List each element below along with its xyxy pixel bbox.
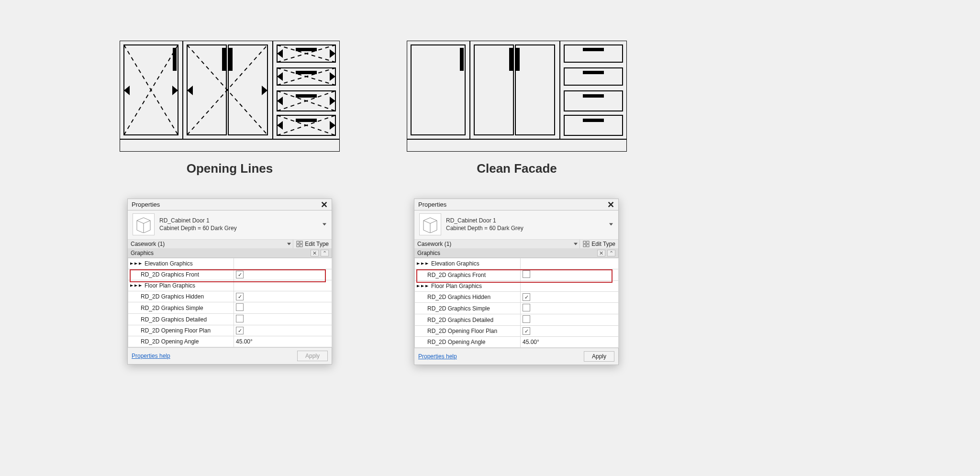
- property-value[interactable]: [234, 325, 332, 336]
- table-row[interactable]: RD_2D Graphics Simple: [415, 303, 619, 314]
- checkbox-checked-icon[interactable]: [236, 271, 244, 278]
- svg-rect-56: [564, 91, 623, 111]
- apply-button[interactable]: Apply: [584, 351, 614, 362]
- category-selector[interactable]: Casework (1): [128, 240, 293, 248]
- property-label: RD_2D Opening Floor Plan: [415, 326, 521, 337]
- edit-type-button[interactable]: Edit Type: [293, 240, 332, 248]
- close-icon[interactable]: ✕: [605, 201, 616, 208]
- svg-marker-70: [130, 263, 133, 265]
- table-row[interactable]: RD_2D Graphics Detailed: [415, 314, 619, 326]
- svg-rect-85: [587, 244, 589, 247]
- properties-panel-left: Properties ✕ RD_Cabinet Door 1 Cabinet D…: [127, 199, 332, 365]
- table-row[interactable]: Floor Plan Graphics: [415, 281, 619, 292]
- svg-marker-91: [425, 285, 428, 288]
- property-value[interactable]: 45.00°: [521, 337, 619, 348]
- table-row[interactable]: RD_2D Opening Floor Plan: [415, 326, 619, 337]
- table-row[interactable]: Elevation Graphics: [415, 258, 619, 269]
- property-value[interactable]: [234, 291, 332, 302]
- family-type-selector[interactable]: RD_Cabinet Door 1 Cabinet Depth = 60 Dar…: [446, 217, 608, 232]
- svg-rect-6: [187, 45, 226, 135]
- svg-marker-71: [134, 263, 137, 265]
- property-label: RD_2D Graphics Simple: [415, 303, 521, 314]
- property-value[interactable]: [521, 314, 619, 326]
- apply-button[interactable]: Apply: [297, 351, 328, 361]
- svg-rect-9: [229, 48, 232, 70]
- section-header-graphics[interactable]: Graphics ✕⌃: [414, 249, 618, 258]
- checkbox-unchecked-icon[interactable]: [523, 315, 530, 323]
- svg-marker-38: [277, 97, 283, 105]
- svg-marker-41: [330, 121, 335, 130]
- properties-help-link[interactable]: Properties help: [418, 353, 584, 360]
- table-row[interactable]: RD_2D Opening Angle45.00°: [128, 336, 332, 347]
- family-thumb-icon: [419, 213, 441, 235]
- checkbox-unchecked-icon[interactable]: [236, 303, 244, 311]
- checkbox-unchecked-icon[interactable]: [523, 304, 530, 311]
- property-value[interactable]: [234, 314, 332, 325]
- svg-rect-15: [296, 95, 316, 97]
- page-root: Opening Lines Clean Facade Properties ✕: [0, 0, 980, 476]
- svg-marker-30: [124, 86, 130, 95]
- svg-rect-46: [411, 45, 465, 135]
- checkbox-checked-icon[interactable]: [236, 293, 244, 300]
- svg-marker-37: [330, 72, 335, 81]
- svg-rect-67: [300, 241, 302, 244]
- svg-rect-59: [583, 119, 603, 122]
- property-label: RD_2D Opening Angle: [415, 337, 521, 348]
- category-selector[interactable]: Casework (1): [414, 240, 579, 248]
- table-row[interactable]: RD_2D Graphics Hidden: [415, 292, 619, 303]
- property-value[interactable]: [521, 303, 619, 314]
- svg-marker-90: [421, 285, 424, 288]
- family-thumb-icon: [133, 213, 155, 235]
- property-value[interactable]: [521, 269, 619, 281]
- property-value[interactable]: [234, 302, 332, 314]
- properties-panel-right: Properties ✕ RD_Cabinet Door 1 Cabinet D…: [414, 199, 619, 365]
- checkbox-checked-icon[interactable]: [523, 293, 530, 301]
- table-row[interactable]: RD_2D Graphics Detailed: [128, 314, 332, 325]
- table-row[interactable]: Elevation Graphics: [128, 258, 332, 269]
- table-row[interactable]: RD_2D Graphics Simple: [128, 302, 332, 314]
- svg-rect-17: [296, 119, 316, 122]
- svg-marker-40: [277, 121, 283, 130]
- checkbox-checked-icon[interactable]: [236, 327, 244, 334]
- property-value[interactable]: [234, 269, 332, 280]
- svg-marker-88: [425, 263, 428, 265]
- svg-marker-31: [172, 86, 178, 95]
- svg-marker-86: [417, 263, 420, 265]
- close-icon[interactable]: ✕: [319, 201, 330, 208]
- property-grid: Elevation GraphicsRD_2D Graphics FrontFl…: [414, 258, 619, 348]
- property-value[interactable]: [521, 326, 619, 337]
- property-value[interactable]: [521, 292, 619, 303]
- svg-rect-48: [474, 45, 513, 135]
- chevron-down-icon[interactable]: [321, 220, 328, 229]
- checkbox-checked-icon[interactable]: [523, 327, 530, 335]
- property-label: RD_2D Graphics Detailed: [128, 314, 234, 325]
- checkbox-unchecked-icon[interactable]: [523, 270, 530, 278]
- properties-help-link[interactable]: Properties help: [132, 353, 297, 359]
- section-header-graphics[interactable]: Graphics ✕⌃: [128, 249, 332, 258]
- svg-rect-49: [515, 45, 555, 135]
- property-grid: Elevation GraphicsRD_2D Graphics FrontFl…: [128, 258, 332, 347]
- svg-rect-7: [228, 45, 267, 135]
- table-row[interactable]: RD_2D Graphics Hidden: [128, 291, 332, 302]
- edit-type-button[interactable]: Edit Type: [579, 240, 618, 248]
- checkbox-unchecked-icon[interactable]: [236, 315, 244, 322]
- chevron-down-icon[interactable]: [608, 220, 614, 229]
- svg-marker-89: [417, 285, 420, 288]
- property-value: [521, 281, 619, 292]
- svg-marker-74: [134, 285, 137, 287]
- table-row[interactable]: RD_2D Graphics Front: [128, 269, 332, 280]
- table-row[interactable]: RD_2D Opening Angle45.00°: [415, 337, 619, 348]
- property-label: RD_2D Graphics Front: [128, 269, 234, 280]
- svg-marker-32: [187, 86, 193, 95]
- cabinet-drawing-right: Clean Facade: [407, 41, 627, 176]
- property-value[interactable]: 45.00°: [234, 336, 332, 347]
- svg-rect-13: [296, 71, 316, 74]
- svg-rect-82: [583, 241, 586, 244]
- svg-rect-52: [564, 45, 623, 62]
- table-row[interactable]: RD_2D Opening Floor Plan: [128, 325, 332, 336]
- svg-marker-36: [277, 72, 283, 81]
- family-type-selector[interactable]: RD_Cabinet Door 1 Cabinet Depth = 60 Dar…: [159, 217, 321, 232]
- svg-rect-55: [583, 71, 603, 74]
- table-row[interactable]: RD_2D Graphics Front: [415, 269, 619, 281]
- table-row[interactable]: Floor Plan Graphics: [128, 280, 332, 291]
